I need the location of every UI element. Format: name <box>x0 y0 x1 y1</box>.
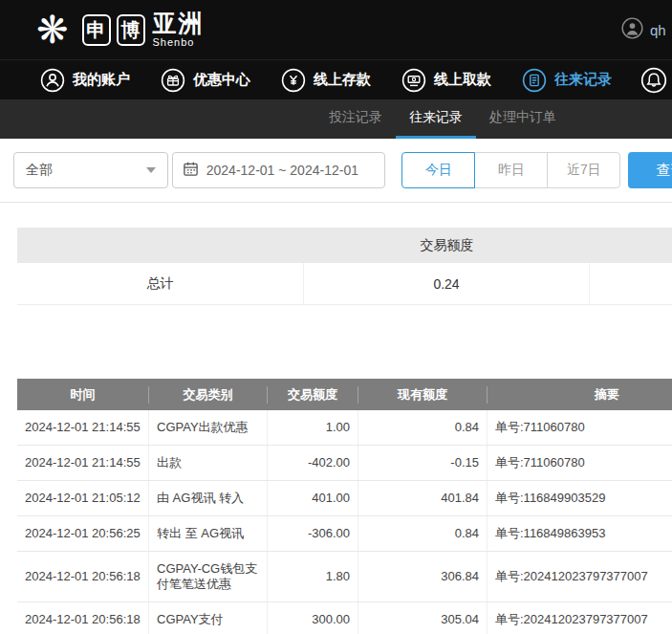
col-balance: 现有额度 <box>358 386 488 404</box>
summary-header-row: 交易额度 <box>17 228 672 263</box>
avatar-icon <box>621 17 643 42</box>
records-icon <box>522 68 547 93</box>
nav-label: 线上取款 <box>434 71 491 89</box>
cell-amount: 401.00 <box>268 481 358 515</box>
cell-note: 单号:116849903529 <box>488 481 672 515</box>
cell-amount: -402.00 <box>268 446 358 480</box>
today-button[interactable]: 今日 <box>401 152 475 188</box>
cell-amount: -306.00 <box>268 516 358 551</box>
cell-type: 出款 <box>149 446 268 480</box>
summary-total-row: 总计 0.24 <box>17 263 672 305</box>
nav-deposit[interactable]: 线上存款 <box>281 68 371 93</box>
brand-logo[interactable]: ❋ 申 博 亚洲 Shenbo <box>36 9 205 51</box>
account-menu[interactable]: qh <box>621 17 666 42</box>
record-tabs: 投注记录 往来记录 处理中订单 <box>0 99 672 139</box>
summary-table: 交易额度 总计 0.24 <box>17 228 672 305</box>
nav-label: 优惠中心 <box>193 71 250 89</box>
tab-pending-orders[interactable]: 处理中订单 <box>476 99 570 139</box>
top-header: ❋ 申 博 亚洲 Shenbo qh <box>0 0 672 59</box>
cell-balance: 0.84 <box>358 516 488 551</box>
summary-header-label: 交易额度 <box>304 237 590 254</box>
cell-amount: 1.80 <box>268 552 358 601</box>
calendar-icon <box>183 161 199 180</box>
cell-time: 2024-12-01 20:56:18 <box>17 602 149 634</box>
col-time: 时间 <box>17 386 149 404</box>
cell-note: 单号:711060780 <box>488 446 672 480</box>
nav-transaction-records[interactable]: 往来记录 <box>522 68 612 93</box>
table-row: 2024-12-01 21:05:12 由 AG视讯 转入 401.00 401… <box>17 481 672 516</box>
notifications-bell-icon[interactable] <box>640 67 667 94</box>
cell-note: 单号:202412023797377007 <box>488 602 672 634</box>
search-button[interactable]: 查询 <box>628 152 672 188</box>
nav-label: 往来记录 <box>554 71 612 89</box>
cell-note: 单号:711060780 <box>488 410 672 445</box>
cell-type: 转出 至 AG视讯 <box>149 516 268 551</box>
transactions-table: 时间 交易类别 交易额度 现有额度 摘要 2024-12-01 21:14:55… <box>17 379 672 634</box>
cell-time: 2024-12-01 21:14:55 <box>17 446 149 480</box>
table-header-row: 时间 交易类别 交易额度 现有额度 摘要 <box>17 379 672 410</box>
summary-total-value: 0.24 <box>304 263 590 304</box>
nav-promotions[interactable]: 优惠中心 <box>161 68 250 93</box>
last7days-button[interactable]: 近7日 <box>547 152 620 188</box>
cell-amount: 300.00 <box>268 602 358 634</box>
table-row: 2024-12-01 20:56:25 转出 至 AG视讯 -306.00 0.… <box>17 516 672 552</box>
brand-subtitle: Shenbo <box>153 37 205 48</box>
cell-time: 2024-12-01 20:56:18 <box>17 552 149 601</box>
brand-char-bo: 博 <box>117 14 145 46</box>
cell-time: 2024-12-01 21:14:55 <box>17 410 149 445</box>
cell-type: CGPAY出款优惠 <box>149 410 268 445</box>
type-select[interactable]: 全部 <box>13 152 168 188</box>
brand-char-shen: 申 <box>82 14 111 46</box>
nav-my-account[interactable]: 我的账户 <box>40 68 130 93</box>
cell-type: CGPAY-CG钱包支付笔笔送优惠 <box>149 552 268 601</box>
table-row: 2024-12-01 21:14:55 出款 -402.00 -0.15 单号:… <box>17 446 672 481</box>
col-amount: 交易额度 <box>268 386 358 404</box>
table-row: 2024-12-01 20:56:18 CGPAY支付 300.00 305.0… <box>17 602 672 634</box>
table-row: 2024-12-01 21:14:55 CGPAY出款优惠 1.00 0.84 … <box>17 410 672 446</box>
page: ❋ 申 博 亚洲 Shenbo qh 我的账户 优惠中心 线上存款 <box>0 0 672 634</box>
main-nav: 我的账户 优惠中心 线上存款 线上取款 往来记录 <box>0 59 672 99</box>
cell-balance: 306.84 <box>358 552 488 601</box>
username-text: qh <box>650 22 666 38</box>
deposit-icon <box>281 68 306 93</box>
table-row: 2024-12-01 20:56:18 CGPAY-CG钱包支付笔笔送优惠 1.… <box>17 552 672 602</box>
brand-region: 亚洲 Shenbo <box>153 11 205 48</box>
quick-date-group: 今日 昨日 近7日 <box>401 152 620 188</box>
cell-type: 由 AG视讯 转入 <box>149 481 268 515</box>
nav-label: 线上存款 <box>314 71 371 89</box>
cell-balance: -0.15 <box>358 446 488 480</box>
cell-amount: 1.00 <box>268 410 358 445</box>
gift-icon <box>161 68 185 93</box>
col-type: 交易类别 <box>149 386 268 404</box>
date-range-value: 2024-12-01 ~ 2024-12-01 <box>206 163 358 178</box>
cell-balance: 401.84 <box>358 481 488 515</box>
nav-withdraw[interactable]: 线上取款 <box>401 68 491 93</box>
yesterday-button[interactable]: 昨日 <box>474 152 548 188</box>
type-select-value: 全部 <box>26 162 53 179</box>
cell-balance: 305.04 <box>358 602 488 634</box>
brand-region-text: 亚洲 <box>153 10 205 36</box>
tab-transaction-records[interactable]: 往来记录 <box>396 99 476 139</box>
cell-note: 单号:202412023797377007 <box>488 552 672 601</box>
filter-bar: 全部 2024-12-01 ~ 2024-12-01 今日 昨日 近7日 查询 <box>0 139 672 203</box>
cell-note: 单号:116849863953 <box>488 516 672 551</box>
col-note: 摘要 <box>488 386 672 404</box>
summary-total-label: 总计 <box>17 263 304 304</box>
date-range-input[interactable]: 2024-12-01 ~ 2024-12-01 <box>172 152 386 188</box>
cell-time: 2024-12-01 20:56:25 <box>17 516 149 551</box>
cell-time: 2024-12-01 21:05:12 <box>17 481 149 515</box>
lotus-logo-icon: ❋ <box>36 9 69 51</box>
tab-bet-records[interactable]: 投注记录 <box>315 99 396 139</box>
withdraw-icon <box>401 68 426 93</box>
chevron-down-icon <box>146 167 156 173</box>
cell-balance: 0.84 <box>358 410 488 445</box>
user-icon <box>40 68 65 93</box>
cell-type: CGPAY支付 <box>149 602 268 634</box>
nav-label: 我的账户 <box>73 71 130 89</box>
